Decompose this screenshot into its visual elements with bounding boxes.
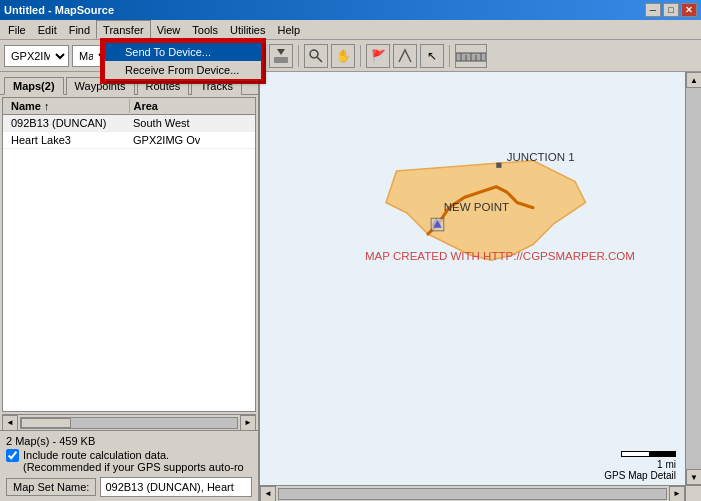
left-panel: Maps(2) Waypoints Routes Tracks Name ↑ A… [0,72,260,501]
scroll-down-btn[interactable]: ▼ [686,469,701,485]
route-icon[interactable] [393,44,417,68]
map-container: JUNCTION 1 NEW POINT MAP CREATED WITH HT… [260,72,701,501]
cursor-icon[interactable]: ↖ [420,44,444,68]
menu-edit[interactable]: Edit [32,20,63,39]
menu-find[interactable]: Find [63,20,96,39]
svg-rect-12 [260,87,701,486]
table-row[interactable]: 092B13 (DUNCAN) South West [3,115,255,132]
minimize-button[interactable]: ─ [645,3,661,17]
scroll-right-map-btn[interactable]: ► [669,486,685,502]
list-scrollbar[interactable]: ◄ ► [2,414,256,430]
svg-text:MAP CREATED WITH HTTP://CGPSMA: MAP CREATED WITH HTTP://CGPSMARPER.COM [365,250,635,262]
svg-text:JUNCTION 1: JUNCTION 1 [507,151,575,163]
stats-text: 2 Map(s) - 459 KB [6,435,252,447]
ruler-icon[interactable] [455,44,487,68]
right-scrollbar[interactable]: ▲ ▼ [685,72,701,485]
area-cell-2: GPX2IMG Ov [129,133,251,147]
include-route-checkbox[interactable] [6,449,19,462]
right-scroll-track[interactable] [686,88,701,469]
table-row[interactable]: Heart Lake3 GPX2IMG Ov [3,132,255,149]
svg-rect-2 [274,57,288,63]
menu-bar: File Edit Find Transfer View Tools Utili… [0,20,701,40]
bottom-scroll-track[interactable] [278,488,667,500]
name-cell-2: Heart Lake3 [7,133,129,147]
scroll-left-map-btn[interactable]: ◄ [260,486,276,502]
svg-rect-14 [496,163,501,168]
tab-maps[interactable]: Maps(2) [4,77,64,95]
main-area: Maps(2) Waypoints Routes Tracks Name ↑ A… [0,72,701,501]
list-header: Name ↑ Area [3,98,255,115]
area-header: Area [130,99,252,113]
svg-text:NEW POINT: NEW POINT [444,201,509,213]
name-header: Name ↑ [7,99,130,113]
area-cell-1: South West [129,116,251,130]
close-button[interactable]: ✕ [681,3,697,17]
transfer-dropdown-menu: Send To Device... Receive From Device... [103,41,263,81]
separator-3 [298,45,299,67]
title-text: Untitled - MapSource [4,4,114,16]
menu-view[interactable]: View [151,20,187,39]
bottom-panel: 2 Map(s) - 459 KB Include route calculat… [0,430,258,501]
maximize-button[interactable]: □ [663,3,679,17]
separator-5 [449,45,450,67]
map-legend: 1 mi GPS Map Detail [604,451,676,481]
scale-bar [621,451,676,457]
download-button[interactable] [269,44,293,68]
menu-tools[interactable]: Tools [186,20,224,39]
scale-label: 1 mi [604,459,676,470]
scale-row [604,451,676,457]
scroll-thumb[interactable] [21,418,71,428]
bottom-scrollbar[interactable]: ◄ ► [260,485,685,501]
find-button[interactable] [304,44,328,68]
menu-help[interactable]: Help [271,20,306,39]
checkbox-note: (Recommended if your GPS supports auto-r… [23,461,244,473]
menu-utilities[interactable]: Utilities [224,20,271,39]
hand-tool[interactable]: ✋ [331,44,355,68]
map-svg: JUNCTION 1 NEW POINT MAP CREATED WITH HT… [260,72,701,501]
scroll-up-btn[interactable]: ▲ [686,72,701,88]
scrollbar-corner [685,485,701,501]
menu-file[interactable]: File [2,20,32,39]
detail-label: GPS Map Detail [604,470,676,481]
svg-line-5 [317,57,322,62]
scroll-track[interactable] [20,417,238,429]
maps-list: Name ↑ Area 092B13 (DUNCAN) South West H… [2,97,256,412]
map-view[interactable]: JUNCTION 1 NEW POINT MAP CREATED WITH HT… [260,72,701,501]
svg-marker-3 [277,49,285,55]
scroll-left-btn[interactable]: ◄ [2,415,18,431]
flag-icon[interactable]: 🚩 [366,44,390,68]
transfer-dropdown: Send To Device... Receive From Device... [100,38,266,84]
checkbox-label: Include route calculation data. [23,449,244,461]
name-cell-1: 092B13 (DUNCAN) [7,116,129,130]
title-bar: Untitled - MapSource ─ □ ✕ [0,0,701,20]
receive-from-device-item[interactable]: Receive From Device... [105,61,261,79]
menu-transfer[interactable]: Transfer [96,20,151,39]
map-set-row: Map Set Name: [6,477,252,497]
send-to-device-item[interactable]: Send To Device... [105,43,261,61]
svg-point-4 [310,50,318,58]
checkbox-row: Include route calculation data. (Recomme… [6,449,252,473]
map-set-name-button[interactable]: Map Set Name: [6,478,96,496]
map-set-input[interactable] [100,477,252,497]
separator-4 [360,45,361,67]
title-buttons: ─ □ ✕ [645,3,697,17]
device-select[interactable]: GPX2IM [4,45,69,67]
scroll-right-btn[interactable]: ► [240,415,256,431]
